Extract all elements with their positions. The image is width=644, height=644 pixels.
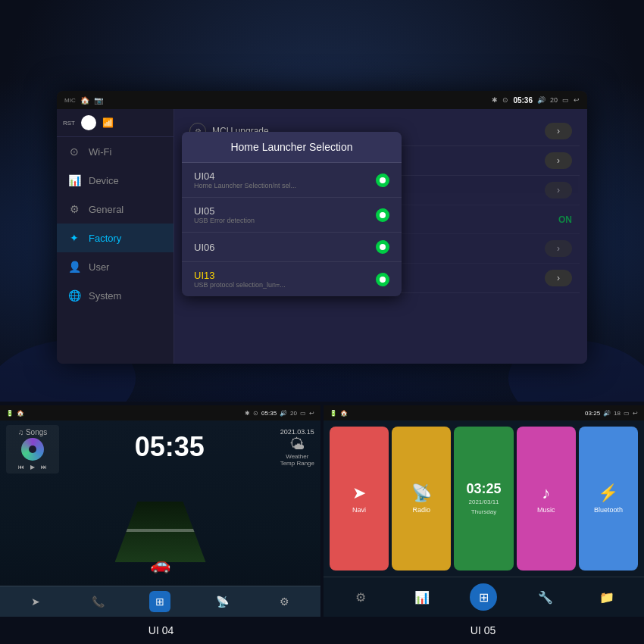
app-tile-clock[interactable]: 03:25 2021/03/11 Thursday (454, 427, 513, 571)
prev-icon[interactable]: ⏮ (18, 464, 24, 470)
ui04-screen: 🔋 🏠 ✱ ⊙ 05:35 🔊 20 ▭ ↩ ♫ Songs (0, 405, 324, 617)
clock-display: 03:25 (466, 482, 501, 496)
battery-level: 20 (550, 96, 558, 104)
ui13-arrow[interactable]: › (545, 182, 572, 199)
bluetooth-tile-icon: ⚡ (598, 483, 618, 503)
sidebar-item-factory[interactable]: ✦ Factory (57, 224, 174, 252)
app-tile-bluetooth[interactable]: ⚡ Bluetooth (579, 427, 638, 571)
sub-screens: 🔋 🏠 ✱ ⊙ 05:35 🔊 20 ▭ ↩ ♫ Songs (0, 405, 644, 617)
ui05-status-right: 03:25 🔊 18 ▭ ↩ (585, 410, 638, 417)
music-note-icon: ♫ Songs (9, 428, 56, 436)
general-nav-icon: ⚙ (67, 202, 81, 216)
ui06-label: UI06 (194, 242, 214, 253)
ui04-time: 05:35 (261, 410, 277, 417)
radio-icon: 📡 (411, 483, 432, 503)
dropdown-option-ui05[interactable]: UI05 USB Error detection (182, 198, 402, 233)
clock-day: Thursday (471, 508, 496, 515)
sidebar-item-user[interactable]: 👤 User (57, 252, 174, 281)
ui05-screen: 🔋 🏠 03:25 🔊 18 ▭ ↩ ➤ Navi (324, 405, 644, 617)
setting-arrow-2[interactable]: › (545, 152, 572, 169)
usb-error-status: ON (558, 214, 572, 225)
dropdown-option-ui13[interactable]: UI13 USB protocol selection_lun=... (182, 262, 402, 296)
nav-phone-icon[interactable]: 📞 (87, 591, 108, 612)
status-left: MIC 🏠 📷 (64, 96, 103, 105)
system-nav-label: System (89, 290, 121, 302)
wifi-icon: ⊙ (502, 96, 508, 104)
screen-content: RST 📶 ⊙ Wi-Fi 📊 Device ⚙ General (57, 109, 587, 364)
usb-protocol-arrow[interactable]: › (545, 240, 572, 257)
ui05-nav-gear[interactable]: 🔧 (532, 583, 559, 611)
radio-label: Radio (413, 506, 431, 514)
dropdown-option-ui04[interactable]: UI04 Home Launcher Selection/nt sel... (182, 163, 402, 198)
factory-nav-label: Factory (89, 233, 121, 244)
ui05-radio (376, 208, 389, 222)
ui04-radio (376, 174, 389, 187)
music-disc (21, 438, 44, 461)
sidebar-item-device[interactable]: 📊 Device (57, 166, 174, 195)
ui05-nav-settings[interactable]: ⚙ (347, 583, 374, 611)
ui-labels: UI 04 UI 05 (0, 617, 644, 644)
weather-range: Temp Range (280, 460, 314, 467)
bottom-section: 🔋 🏠 ✱ ⊙ 05:35 🔊 20 ▭ ↩ ♫ Songs (0, 405, 644, 644)
road-shape (115, 502, 206, 562)
wifi-signal-dot (81, 115, 96, 130)
ui04-clock: 05:35 (64, 425, 276, 463)
mic-label: MIC (64, 97, 76, 104)
ui04-content: ♫ Songs ⏮ ▶ ⏭ 05:35 2021. (0, 420, 320, 617)
sidebar-item-wifi[interactable]: ⊙ Wi-Fi (57, 137, 174, 166)
ui05-nav-chart[interactable]: 📊 (408, 583, 436, 611)
bluetooth-icon: ✱ (492, 96, 498, 104)
rst-label: RST (63, 120, 75, 127)
ui05-nav-folder[interactable]: 📁 (593, 583, 621, 611)
sidebar-item-system[interactable]: 🌐 System (57, 281, 174, 310)
ui04-batt-icon: ▭ (300, 410, 306, 417)
navi-label: Navi (352, 506, 366, 514)
app-tile-radio[interactable]: 📡 Radio (392, 427, 451, 571)
mcu-upgrade-arrow[interactable]: › (545, 123, 572, 139)
road-lines (115, 502, 206, 562)
ui04-bt-icon: ✱ (245, 410, 250, 417)
play-icon[interactable]: ▶ (30, 464, 35, 470)
ui04-vol-icon: 🔊 (280, 410, 287, 417)
nav-settings-icon[interactable]: ⚙ (274, 591, 295, 612)
main-time: 05:36 (513, 96, 533, 105)
music-disc-center (29, 445, 36, 453)
navi-icon: ➤ (352, 483, 366, 503)
music-icon: ♪ (542, 483, 550, 503)
nav-apps-icon[interactable]: ⊞ (149, 591, 170, 612)
ui05-label: UI05 (194, 205, 255, 217)
volume-icon: 🔊 (537, 96, 546, 104)
sidebar-item-general[interactable]: ⚙ General (57, 195, 174, 224)
ui05-status-bar: 🔋 🏠 03:25 🔊 18 ▭ ↩ (324, 405, 644, 420)
ui05-nav-apps[interactable]: ⊞ (470, 583, 497, 611)
ui05-battery-pct: 18 (614, 410, 621, 417)
car-top-view-icon: 🚗 (150, 555, 170, 574)
app-tile-music[interactable]: ♪ Music (517, 427, 576, 571)
app-tile-navi[interactable]: ➤ Navi (330, 427, 389, 571)
nav-navigation-icon[interactable]: ➤ (25, 591, 46, 612)
home-icon: 🏠 (80, 96, 89, 105)
music-widget: ♫ Songs ⏮ ▶ ⏭ (6, 425, 59, 474)
dropdown-option-ui06[interactable]: UI06 (182, 233, 402, 262)
factory-nav-icon: ✦ (67, 231, 81, 245)
app-grid: ➤ Navi 📡 Radio 03:25 2021/03/11 Thursday (324, 420, 644, 577)
ui04-back-icon[interactable]: ↩ (309, 410, 314, 417)
sidebar-top: RST 📶 (57, 109, 174, 137)
back-icon[interactable]: ↩ (574, 96, 580, 104)
bluetooth-label: Bluetooth (594, 506, 623, 514)
ui05-back-icon[interactable]: ↩ (633, 410, 638, 417)
export-arrow[interactable]: › (545, 270, 572, 286)
dropdown-title: Home Launcher Selection (182, 132, 402, 163)
device-nav-icon: 📊 (67, 174, 81, 187)
ui04-label: UI04 (194, 170, 296, 182)
camera-icon: 📷 (94, 96, 103, 105)
main-screen: MIC 🏠 📷 ✱ ⊙ 05:36 🔊 20 ▭ ↩ RST 📶 (57, 91, 587, 364)
general-nav-label: General (89, 204, 123, 215)
ui05-status-left: 🔋 🏠 (330, 410, 348, 417)
ui05-label: UI 05 (322, 617, 644, 644)
next-icon[interactable]: ⏭ (41, 464, 47, 470)
nav-radio-icon[interactable]: 📡 (212, 591, 233, 612)
signal-icon: 📶 (102, 117, 114, 128)
weather-widget: 2021.03.15 🌤 Weather Temp Range (280, 425, 314, 467)
weather-label: Weather (280, 453, 314, 460)
